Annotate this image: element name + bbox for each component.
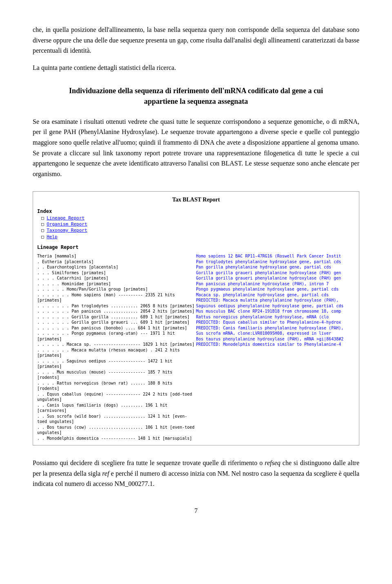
paragraph-2: La quinta parte contiene dettagli statis… [33, 63, 359, 73]
tax-blast-report: Tax BLAST Report Index Lineage Report Or… [33, 191, 359, 445]
lineage-right-row: PREDICTED: Macaca mulatta phenylalanine … [196, 298, 355, 303]
lineage-left-row: . . . . . Hominidae [primates] [37, 281, 196, 287]
tax-index-item-organism[interactable]: Organism Report [41, 221, 355, 227]
lineage-left-row: . . . . . . . Pan paniscus .............… [37, 309, 196, 314]
lineage-title: Lineage Report [37, 244, 355, 251]
lineage-left-row: . . . . . . . Macaca mulatta (rhesus mac… [37, 347, 196, 358]
lineage-right-row: Saguinus oedipus phenylalanine hydroxyla… [196, 303, 355, 309]
lineage-left-row: . . . . Catarrhini [primates] [37, 275, 196, 281]
paragraph-1: che, in quella posizione dell'allineamen… [33, 25, 359, 56]
lineage-left: Theria [mammals]. Eutheria [placentals].… [37, 253, 196, 441]
lineage-right-row: Gorilla gorilla graueri phenylalanine hy… [196, 275, 355, 281]
lineage-left-row: . . . . Rattus norvegicus (brown rat) ..… [37, 380, 196, 392]
tax-index-item-taxonomy[interactable]: Taxonomy Report [41, 227, 355, 233]
tax-blast-title: Tax BLAST Report [37, 196, 355, 204]
lineage-right-row: Gorilla gorilla graueri phenylalanine hy… [196, 270, 355, 276]
section-heading: Individuazione della sequenza di riferim… [53, 86, 339, 106]
lineage-right-row: Mus musculus BAC clone RP24-191B18 from … [196, 309, 355, 314]
body-paragraph-1: Se ora esaminate i risultati ottenuti ve… [33, 116, 359, 179]
lineage-right-row: Pan paniscus phenylalanine hydroxylase (… [196, 281, 355, 287]
lineage-left-row: . . . . . . . Homo sapiens (man) -------… [37, 292, 196, 303]
lineage-left-row: . . . . . . . Pan troglodytes ..........… [37, 303, 196, 309]
lineage-right-row: Sus scrofa mRNA, clone:LVR010095H08, exp… [196, 331, 355, 336]
lineage-left-row: . . Sus scrofa (wild boar) .............… [37, 414, 196, 425]
lineage-left-row: . . Euarchontoglires [placentals] [37, 264, 196, 270]
lineage-left-row: . . . . . . . Pan paniscus (bonobo) ....… [37, 325, 196, 331]
lineage-left-row: . . . . . . Saguinus oedipus -----------… [37, 358, 196, 369]
lineage-left-row: . . . . Mus musculus (mouse) -----------… [37, 369, 196, 380]
lineage-right-row: Bos taurus phenylalanine hydroxylase (PA… [196, 336, 355, 342]
lineage-left-row: . . . . . . . Pongo pygmaeus (orang-utan… [37, 331, 196, 342]
lineage-right-row: PREDICTED: Equus caballus similar to Phe… [196, 320, 355, 325]
lineage-left-row: Theria [mammals] [37, 253, 196, 259]
tax-index-title: Index [37, 208, 355, 215]
lineage-right-row: Pan troglodytes phenylalanine hydroxylas… [196, 259, 355, 265]
lineage-right-row: PREDICTED: Monodelphis domestica similar… [196, 342, 355, 347]
lineage-left-row: . . Bos taurus (cow) ...................… [37, 425, 196, 436]
lineage-right-row: PREDICTED: Canis familiaris phenylalanin… [196, 325, 355, 331]
lineage-left-row: . . . . . . . Gorilla gorilla graueri ..… [37, 320, 196, 325]
lineage-left-row: . . . . . . Homo/Pan/Gorilla group [prim… [37, 286, 196, 292]
lineage-right-row: Pan gorilla phenylalanine hydroxylase ge… [196, 264, 355, 270]
tax-index-item-help[interactable]: Help [41, 234, 355, 240]
lineage-section: Lineage Report Theria [mammals]. Eutheri… [37, 244, 355, 441]
lineage-right: Homo sapiens 12 BAC RP11-47RG16 (Roswell… [196, 253, 355, 441]
lineage-left-row: . . Equus caballus (equine) ------------… [37, 392, 196, 403]
tax-index-item-lineage[interactable]: Lineage Report [41, 215, 355, 221]
lineage-left-row: . . . . . . . Gorilla gorilla ..........… [37, 314, 196, 320]
lineage-right-row: Pongo pygmaeus phenylalanine hydroxylase… [196, 286, 355, 292]
lineage-left-row: . . Canis lupus familiaris (dogs) ......… [37, 403, 196, 414]
lineage-table: Theria [mammals]. Eutheria [placentals].… [37, 253, 355, 441]
lineage-right-row: Homo sapiens 12 BAC RP11-47RG16 (Roswell… [196, 253, 355, 259]
tax-index: Index Lineage Report Organism Report Tax… [37, 208, 355, 240]
tax-index-list: Lineage Report Organism Report Taxonomy … [37, 215, 355, 240]
final-paragraph-1: Possiamo qui decidere di scegliere fra t… [33, 458, 359, 489]
lineage-right-row: Macaca sp. phenylalanine hydroxylase gen… [196, 292, 355, 298]
lineage-left-row: . . . . . . Macaca sp. -----------------… [37, 342, 196, 347]
lineage-left-row: . . . Similformes [primates] [37, 270, 196, 276]
page-number: 7 [33, 506, 359, 516]
lineage-left-row: . . Monodelphis domestica --------------… [37, 436, 196, 441]
lineage-right-row: Rattus norvegicus phenylalanine hydroxyl… [196, 314, 355, 320]
lineage-left-row: . Eutheria [placentals] [37, 259, 196, 265]
